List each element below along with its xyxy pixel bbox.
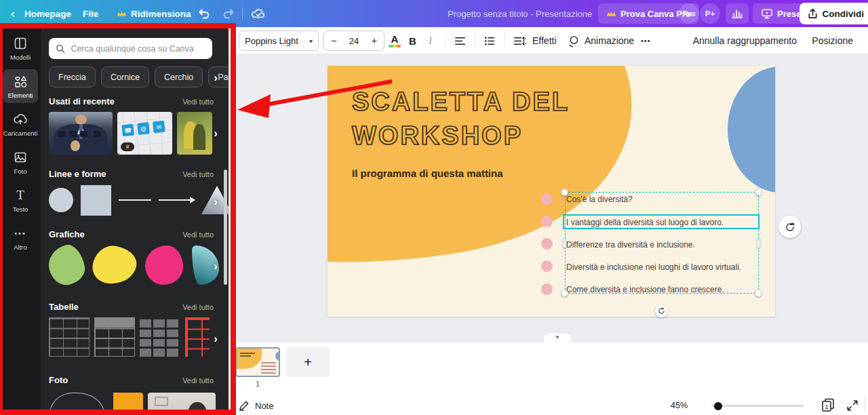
zoom-slider-knob[interactable] (714, 402, 722, 410)
recent-next-icon[interactable]: › (214, 127, 218, 140)
sidebar-item-modelli[interactable]: Modelli (3, 31, 38, 65)
position-button[interactable]: Posizione (812, 27, 853, 54)
bullet-dot[interactable] (541, 216, 553, 227)
insights-button[interactable] (726, 3, 749, 24)
sidebar-item-testo[interactable]: T Testo (3, 183, 38, 217)
alignment-button[interactable] (454, 27, 467, 54)
see-all-lines[interactable]: Vedi tutto (182, 170, 214, 178)
menu-resize[interactable]: Ridimensiona (117, 0, 191, 27)
selection-handle-nw[interactable] (561, 189, 568, 196)
page-thumbnail-1[interactable] (235, 347, 280, 377)
slide-page[interactable]: SCALETTA DEL WORKSHOP Il programma di qu… (328, 66, 775, 317)
canvas-area: SCALETTA DEL WORKSHOP Il programma di qu… (229, 54, 868, 415)
font-size-increase[interactable]: + (372, 35, 377, 46)
menu-homepage[interactable]: Homepage (24, 0, 71, 27)
cloud-check-icon (251, 7, 266, 20)
effects-button[interactable]: Effetti (532, 27, 557, 54)
shape-line[interactable] (119, 199, 151, 201)
save-status-button[interactable] (251, 0, 266, 27)
table-header-thumb[interactable] (94, 317, 135, 357)
back-button[interactable]: ‹ (11, 0, 15, 27)
canva-editor: ‹ Homepage File Ridimensiona Progetto se… (0, 0, 868, 415)
team-avatar-p-plus[interactable]: P+ (700, 3, 720, 24)
sidebar-item-altro[interactable]: ••• Altro (3, 221, 38, 255)
ungroup-button[interactable]: Annulla raggruppamento (693, 27, 797, 54)
header-divider (242, 7, 243, 20)
text-color-button[interactable]: A (389, 27, 401, 54)
section-photos: Foto Vedi tutto (49, 375, 214, 385)
selection-handle-w[interactable] (563, 238, 566, 248)
see-all-tables[interactable]: Vedi tutto (182, 303, 214, 311)
slide-subtitle[interactable]: Il programma di questa mattina (352, 167, 503, 179)
shapes-next-icon[interactable]: › (214, 195, 218, 209)
chip-cerchio[interactable]: Cerchio (155, 66, 203, 87)
font-size-decrease[interactable]: − (331, 35, 336, 46)
selection-handle-ne[interactable] (755, 189, 762, 196)
rotate-handle[interactable] (655, 304, 668, 317)
zoom-slider[interactable] (711, 405, 804, 407)
chip-cornice[interactable]: Cornice (101, 66, 149, 87)
list-button[interactable] (483, 27, 496, 54)
see-all-graphics[interactable]: Vedi tutto (182, 231, 214, 239)
photo-orange-shape[interactable] (109, 393, 143, 415)
search-input[interactable] (71, 44, 205, 54)
group-selection-box[interactable] (565, 192, 759, 294)
chip-freccia[interactable]: Freccia (49, 66, 96, 87)
document-title[interactable]: Progetto senza titolo - Presentazione (448, 0, 592, 27)
recent-photo-businessman[interactable] (49, 112, 113, 155)
panel-scrollbar[interactable] (224, 170, 227, 285)
filmstrip-collapse-tab[interactable]: ▾ (544, 334, 571, 342)
regenerate-button[interactable] (778, 216, 801, 238)
table-red-thumb[interactable] (185, 317, 210, 357)
selection-handle-se[interactable] (755, 290, 762, 297)
bar-chart-icon (731, 8, 743, 19)
bold-button[interactable]: B (409, 27, 416, 54)
graphic-blob-yellow[interactable] (90, 243, 138, 287)
recent-photo-keyboard[interactable]: ☎ @ ✉ ♛ (117, 112, 172, 155)
slide-title[interactable]: SCALETTA DEL WORKSHOP (352, 85, 570, 153)
fullscreen-button[interactable] (846, 399, 859, 414)
bullet-dot[interactable] (541, 193, 553, 205)
table-filled-thumb[interactable] (140, 317, 180, 357)
shape-circle[interactable] (49, 188, 73, 212)
graphics-next-icon[interactable]: › (214, 260, 218, 273)
more-options-button[interactable]: ••• (641, 27, 651, 54)
sidebar-item-foto[interactable]: Foto (3, 145, 38, 179)
italic-button[interactable]: I (429, 27, 432, 54)
redo-button[interactable] (222, 0, 236, 27)
share-button[interactable]: Condividi (800, 3, 868, 24)
selection-handle-sw[interactable] (561, 290, 568, 297)
notes-button[interactable]: Note (239, 400, 273, 411)
team-avatar-pro[interactable]: Pro (679, 3, 699, 24)
recent-photo-couple[interactable] (177, 112, 212, 155)
font-size-stepper[interactable]: − 24 + (323, 31, 384, 51)
see-all-photos[interactable]: Vedi tutto (182, 376, 214, 384)
bullet-dot[interactable] (541, 260, 553, 272)
graphic-blob-pink[interactable] (145, 245, 183, 285)
shape-arrow[interactable] (159, 199, 194, 201)
share-upload-icon (808, 8, 818, 19)
graphic-blob-green[interactable] (45, 242, 88, 288)
sidebar-item-caricamenti[interactable]: Caricamenti (3, 107, 38, 141)
table-outline-thumb[interactable] (49, 317, 90, 357)
sidebar-item-elementi[interactable]: Elementi (3, 69, 38, 103)
photo-outline-shape[interactable] (49, 393, 104, 415)
graphics-row (49, 244, 219, 286)
tables-next-icon[interactable]: › (214, 332, 218, 346)
chips-next-icon[interactable]: › (214, 71, 218, 85)
search-bar[interactable] (49, 38, 212, 59)
grid-view-button[interactable]: 1 (820, 397, 836, 415)
undo-button[interactable] (197, 0, 210, 27)
bullet-dot[interactable] (541, 238, 553, 250)
selection-handle-e[interactable] (757, 238, 760, 248)
bullet-dot[interactable] (541, 283, 553, 295)
font-size-value[interactable]: 24 (349, 36, 359, 46)
add-page-button[interactable]: + (286, 347, 330, 377)
chip-pasqua[interactable]: Pasqua (208, 66, 229, 87)
see-all-recent[interactable]: Vedi tutto (182, 98, 214, 106)
animation-button[interactable]: Animazione (567, 27, 634, 54)
shape-square[interactable] (81, 185, 111, 216)
font-family-select[interactable]: Poppins Light ▾ (239, 31, 319, 51)
menu-file[interactable]: File (83, 0, 98, 27)
photo-desk-scene[interactable] (148, 393, 216, 415)
